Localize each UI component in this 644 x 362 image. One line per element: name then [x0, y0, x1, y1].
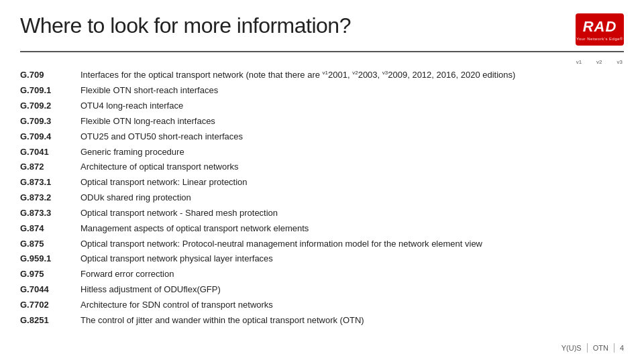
- row-code-7: G.873.1: [20, 175, 80, 190]
- sup-v2: v2: [596, 59, 602, 68]
- footer-label-right: 4: [620, 344, 624, 352]
- row-code-16: G.8251: [20, 313, 80, 328]
- row-desc-7: Optical transport network: Linear protec…: [80, 175, 624, 190]
- row-desc-9: Optical transport network - Shared mesh …: [80, 206, 624, 221]
- row-code-15: G.7702: [20, 298, 80, 313]
- row-desc-15: Architecture for SDN control of transpor…: [80, 298, 624, 313]
- row-desc-8: ODUk shared ring protection: [80, 190, 624, 206]
- row-desc-13: Forward error correction: [80, 267, 624, 282]
- row-desc-6: Architecture of optical transport networ…: [80, 160, 624, 175]
- logo-tagline: Your Network's Edge®: [576, 37, 623, 41]
- row-desc-10: Management aspects of optical transport …: [80, 221, 624, 237]
- row-code-14: G.7044: [20, 282, 80, 298]
- row-code-12: G.959.1: [20, 251, 80, 267]
- row-desc-12: Optical transport network physical layer…: [80, 251, 624, 267]
- row-desc-3: Flexible OTN long-reach interfaces: [80, 114, 624, 129]
- slide-title: Where to look for more information?: [20, 13, 351, 38]
- header: Where to look for more information? RAD …: [20, 13, 624, 46]
- superscript-row: v1 v2 v3: [20, 59, 624, 68]
- row-desc-11: Optical transport network: Protocol-neut…: [80, 237, 624, 252]
- row-desc-14: Hitless adjustment of ODUflex(GFP): [80, 282, 624, 298]
- row-code-11: G.875: [20, 237, 80, 252]
- row-code-0: G.709: [20, 68, 80, 83]
- content-area: v1 v2 v3 G.709Interfaces for the optical…: [20, 59, 624, 328]
- row-code-5: G.7041: [20, 145, 80, 160]
- header-divider: [20, 51, 624, 52]
- row-desc-2: OTU4 long-reach interface: [80, 99, 624, 114]
- row-desc-0: Interfaces for the optical transport net…: [80, 68, 624, 83]
- row-code-4: G.709.4: [20, 129, 80, 145]
- row-desc-16: The control of jitter and wander within …: [80, 313, 624, 328]
- slide: Where to look for more information? RAD …: [0, 0, 644, 362]
- footer-label-left: Y(U)S: [561, 344, 582, 352]
- row-code-1: G.709.1: [20, 83, 80, 99]
- sup-v1: v1: [576, 59, 582, 68]
- row-code-3: G.709.3: [20, 114, 80, 129]
- footer-divider: [587, 343, 588, 353]
- row-desc-4: OTU25 and OTU50 short-reach interfaces: [80, 129, 624, 145]
- footer-divider2: [614, 343, 614, 353]
- logo: RAD Your Network's Edge®: [576, 13, 624, 46]
- footer: Y(U)S OTN 4: [561, 343, 624, 353]
- sup-v3: v3: [617, 59, 623, 68]
- row-code-6: G.872: [20, 160, 80, 175]
- standards-table: G.709Interfaces for the optical transpor…: [20, 68, 624, 328]
- row-code-10: G.874: [20, 221, 80, 237]
- row-desc-1: Flexible OTN short-reach interfaces: [80, 83, 624, 99]
- footer-label-middle: OTN: [593, 344, 608, 352]
- row-code-9: G.873.3: [20, 206, 80, 221]
- row-desc-5: Generic framing procedure: [80, 145, 624, 160]
- row-code-8: G.873.2: [20, 190, 80, 206]
- row-code-13: G.975: [20, 267, 80, 282]
- row-code-2: G.709.2: [20, 99, 80, 114]
- logo-text: RAD: [583, 18, 617, 36]
